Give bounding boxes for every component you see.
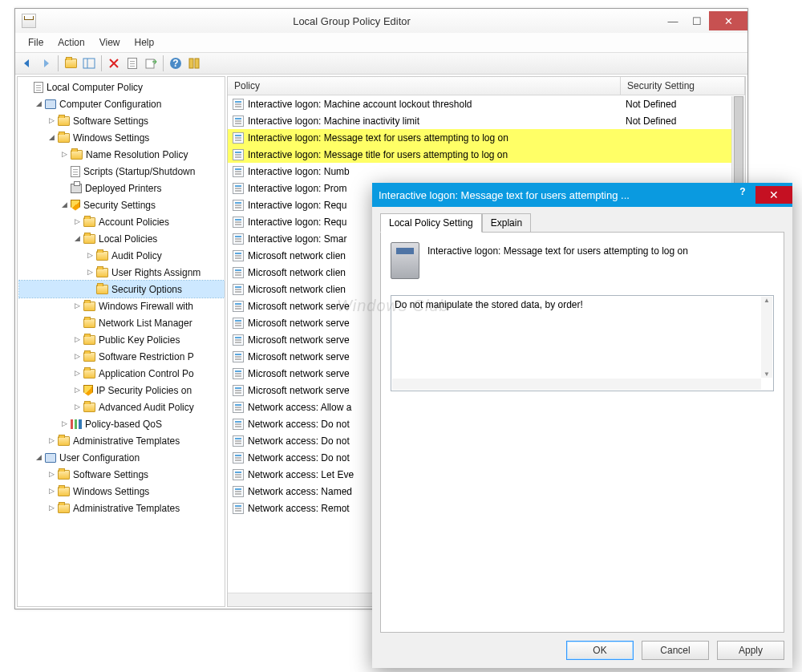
properties-button[interactable]	[124, 55, 141, 72]
dialog-close-button[interactable]: ✕	[755, 186, 792, 204]
menubar: File Action View Help	[15, 33, 747, 52]
tree-srp[interactable]: ▷Software Restriction P	[19, 348, 225, 365]
delete-button[interactable]	[105, 55, 123, 72]
expand-icon[interactable]: ▷	[72, 352, 82, 362]
column-security-setting[interactable]: Security Setting	[621, 77, 745, 95]
tree-computer-configuration[interactable]: ◢Computer Configuration	[19, 95, 225, 112]
apply-button[interactable]: Apply	[717, 641, 784, 660]
expand-icon[interactable]: ▷	[47, 504, 56, 513]
expand-icon[interactable]: ▷	[47, 436, 56, 446]
expand-icon[interactable]	[59, 167, 69, 176]
tree-label: Software Settings	[73, 115, 148, 127]
expand-icon[interactable]: ▷	[85, 251, 95, 261]
expand-icon[interactable]: ▷	[72, 386, 82, 395]
tree-pane[interactable]: Local Computer Policy ◢Computer Configur…	[17, 76, 225, 607]
tree-audit-policy[interactable]: ▷Audit Policy	[19, 247, 225, 264]
policy-row[interactable]: Interactive logon: Machine inactivity li…	[228, 112, 745, 129]
expand-icon[interactable]: ▷	[72, 302, 82, 311]
tree-pkp[interactable]: ▷Public Key Policies	[19, 331, 225, 348]
show-hide-tree-button[interactable]	[80, 55, 98, 72]
textarea-vertical-scrollbar[interactable]	[761, 297, 772, 378]
policy-row[interactable]: Interactive logon: Message title for use…	[228, 146, 745, 163]
separator	[163, 55, 164, 71]
tree-label: Local Computer Policy	[47, 82, 143, 93]
collapse-icon[interactable]: ◢	[34, 453, 43, 463]
tree-ipsec[interactable]: ▷IP Security Policies on	[19, 382, 225, 399]
tree-root[interactable]: Local Computer Policy	[19, 79, 225, 95]
policy-item-icon	[233, 452, 244, 464]
tree-deployed-printers[interactable]: Deployed Printers	[19, 180, 225, 196]
tree-windows-settings[interactable]: ◢Windows Settings	[19, 129, 225, 146]
policy-name: Microsoft network serve	[248, 334, 350, 346]
collapse-icon[interactable]: ◢	[59, 200, 69, 210]
policy-row[interactable]: Interactive logon: Message text for user…	[228, 129, 745, 146]
message-text-field[interactable]	[395, 299, 757, 387]
minimize-button[interactable]: —	[661, 11, 685, 30]
expand-icon[interactable]: ▷	[59, 150, 69, 160]
expand-icon[interactable]	[59, 184, 69, 193]
expand-icon[interactable]: ▷	[85, 268, 95, 277]
tree-nlm[interactable]: Network List Manager	[19, 314, 225, 331]
dialog-help-button[interactable]: ?	[730, 186, 755, 204]
tree-security-options[interactable]: Security Options	[19, 281, 225, 298]
export-button[interactable]	[142, 55, 160, 72]
expand-icon[interactable]: ▷	[47, 116, 56, 126]
folder-icon	[58, 487, 70, 496]
menu-action[interactable]: Action	[51, 35, 91, 50]
tree-u-admin[interactable]: ▷Administrative Templates	[19, 500, 225, 516]
tree-admin-templates[interactable]: ▷Administrative Templates	[19, 432, 225, 449]
back-button[interactable]	[18, 55, 36, 72]
maximize-button[interactable]: ☐	[685, 11, 709, 30]
tree-security-settings[interactable]: ◢Security Settings	[19, 196, 225, 213]
menu-help[interactable]: Help	[128, 35, 161, 50]
tree-software-settings[interactable]: ▷Software Settings	[19, 112, 225, 129]
policy-row[interactable]: Interactive logon: Machine account locko…	[228, 95, 745, 112]
menu-file[interactable]: File	[22, 35, 50, 50]
dialog-title: Interactive logon: Message text for user…	[379, 189, 730, 201]
policy-row[interactable]: Interactive logon: Numb	[228, 163, 745, 180]
policy-name: Network access: Do not	[248, 435, 350, 447]
tab-local-policy-setting[interactable]: Local Policy Setting	[380, 213, 482, 233]
menu-view[interactable]: View	[93, 35, 127, 50]
dialog-tabs: Local Policy Setting Explain	[380, 213, 784, 233]
expand-icon[interactable]: ▷	[72, 403, 82, 412]
expand-icon[interactable]	[72, 318, 82, 328]
tree-u-software[interactable]: ▷Software Settings	[19, 466, 225, 483]
forward-button[interactable]	[37, 55, 55, 72]
tree-account-policies[interactable]: ▷Account Policies	[19, 213, 225, 230]
tree-local-policies[interactable]: ◢Local Policies	[19, 230, 225, 247]
printer-icon	[71, 184, 82, 193]
tree-user-rights[interactable]: ▷User Rights Assignm	[19, 264, 225, 281]
tree-windows-firewall[interactable]: ▷Windows Firewall with	[19, 298, 225, 314]
tree-aap[interactable]: ▷Advanced Audit Policy	[19, 399, 225, 415]
column-policy[interactable]: Policy	[228, 77, 621, 95]
cancel-button[interactable]: Cancel	[642, 641, 709, 660]
expand-icon[interactable]	[85, 285, 95, 294]
policy-item-icon	[233, 250, 244, 261]
expand-icon[interactable]: ▷	[72, 335, 82, 345]
tab-explain[interactable]: Explain	[482, 213, 531, 233]
expand-icon[interactable]: ▷	[72, 369, 82, 379]
collapse-icon[interactable]: ◢	[34, 99, 43, 109]
tree-name-resolution-policy[interactable]: ▷Name Resolution Policy	[19, 146, 225, 163]
tree-acp[interactable]: ▷Application Control Po	[19, 365, 225, 382]
folder-icon	[83, 369, 95, 379]
ok-button[interactable]: OK	[566, 641, 634, 660]
tree-u-windows[interactable]: ▷Windows Settings	[19, 483, 225, 500]
expand-icon[interactable]: ▷	[47, 470, 56, 480]
textarea-horizontal-scrollbar[interactable]	[392, 379, 761, 390]
tree-user-configuration[interactable]: ◢User Configuration	[19, 449, 225, 466]
folder-up-icon	[65, 59, 77, 68]
collapse-icon[interactable]: ◢	[72, 234, 82, 244]
expand-icon[interactable]: ▷	[47, 487, 56, 496]
tree-scripts[interactable]: Scripts (Startup/Shutdown	[19, 163, 225, 180]
collapse-icon[interactable]: ◢	[47, 133, 56, 143]
up-button[interactable]	[62, 55, 79, 72]
expand-icon[interactable]: ▷	[72, 217, 82, 227]
close-button[interactable]: ✕	[709, 11, 747, 30]
tree-qos[interactable]: ▷Policy-based QoS	[19, 415, 225, 432]
collapse-icon[interactable]	[22, 83, 32, 92]
help-button[interactable]: ?	[167, 55, 184, 72]
expand-icon[interactable]: ▷	[59, 419, 69, 429]
refresh-button[interactable]	[185, 55, 203, 72]
